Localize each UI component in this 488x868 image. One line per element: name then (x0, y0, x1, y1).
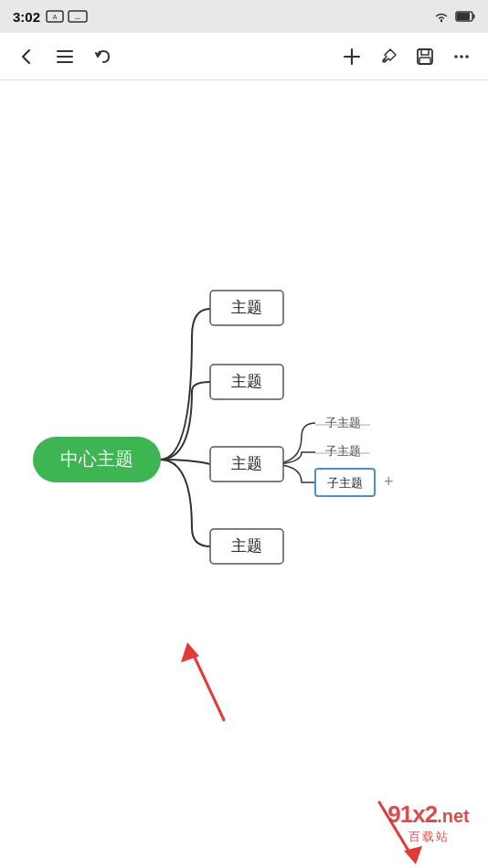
pin-button[interactable] (378, 47, 398, 67)
add-button[interactable] (342, 47, 362, 67)
status-bar: 3:02 A ... (0, 0, 488, 33)
status-time: 3:02 (13, 9, 40, 25)
svg-line-37 (192, 651, 224, 720)
svg-text:主题: 主题 (231, 537, 262, 555)
svg-text:A: A (53, 14, 58, 20)
save-button[interactable] (415, 47, 435, 67)
watermark-subtext: 百载站 (408, 829, 450, 845)
svg-text:+: + (384, 472, 394, 491)
more-button[interactable] (451, 47, 472, 67)
watermark: 91x2 .net 百载站 (378, 795, 479, 850)
undo-button[interactable] (93, 47, 113, 67)
mindmap-svg: 中心主题 主题 主题 主题 主题 子主题 子主题 子主题 + (0, 80, 488, 868)
toolbar (0, 33, 488, 80)
svg-rect-16 (419, 58, 430, 64)
svg-rect-6 (473, 15, 475, 19)
signal-icon: ... (68, 10, 88, 23)
svg-point-19 (465, 55, 469, 58)
watermark-domain: .net (437, 806, 470, 827)
svg-text:中心主题: 中心主题 (60, 449, 133, 469)
status-icons-right (433, 10, 475, 23)
svg-text:主题: 主题 (231, 299, 262, 316)
svg-point-18 (460, 55, 463, 58)
svg-text:主题: 主题 (231, 455, 262, 472)
toolbar-right (342, 47, 472, 67)
status-icons-left: A ... (46, 10, 88, 23)
svg-rect-15 (421, 49, 429, 55)
mindmap-canvas[interactable]: 中心主题 主题 主题 主题 主题 子主题 子主题 子主题 + (0, 80, 488, 868)
back-button[interactable] (16, 47, 37, 67)
svg-point-17 (454, 55, 458, 58)
svg-text:子主题: 子主题 (325, 416, 361, 429)
svg-text:子主题: 子主题 (327, 476, 363, 490)
svg-point-4 (440, 20, 442, 22)
svg-text:...: ... (75, 14, 80, 20)
app-icon: A (46, 10, 64, 23)
svg-rect-7 (457, 13, 470, 20)
toolbar-left (16, 47, 113, 67)
wifi-icon (433, 10, 450, 23)
battery-icon (455, 11, 475, 22)
watermark-logo: 91x2 (387, 800, 437, 829)
svg-text:主题: 主题 (231, 373, 262, 390)
svg-text:子主题: 子主题 (325, 444, 361, 458)
list-button[interactable] (55, 47, 75, 67)
